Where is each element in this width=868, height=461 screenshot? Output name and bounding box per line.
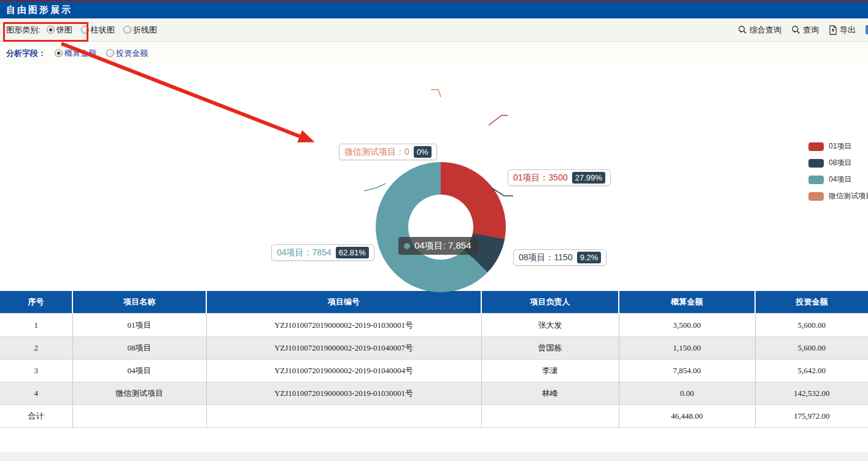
legend-item-04[interactable]: 04项目 xyxy=(808,174,868,185)
radio-investment-label[interactable]: 投资金额 xyxy=(116,48,148,59)
header-投资金额: 投资金额 xyxy=(755,291,868,314)
radio-estimate-amount[interactable]: 概算金额 xyxy=(55,48,96,59)
export-button[interactable]: 导出 xyxy=(829,25,856,36)
cell-project-code: YZJ1010072019000003-2019-01030001号 xyxy=(206,382,481,405)
chart-tooltip: 04项目: 7,854 xyxy=(398,237,478,255)
cell-total-investment: 175,972.00 xyxy=(755,405,868,427)
project-table: 序号 项目名称 项目编号 项目负责人 概算金额 投资金额 1 01项目 YZJ1… xyxy=(0,291,868,428)
chart-area: 微信测试项目：0 0% 01项目：3500 27.99% 08项目：1150 9… xyxy=(0,64,868,291)
cell-empty xyxy=(206,405,481,427)
export-label[interactable]: 导出 xyxy=(840,25,856,36)
table-row: 3 04项目 YZJ1010072019000002-2019-01040004… xyxy=(0,359,868,382)
cell-seq: 3 xyxy=(0,359,72,382)
cell-seq: 4 xyxy=(0,382,72,405)
pie-label-01-text: 01项目：3500 xyxy=(513,172,568,184)
radio-line-chart[interactable]: 折线图 xyxy=(123,25,157,36)
page: 自由图形展示 图形类别: 饼图 柱状图 折线图 综合查询 xyxy=(0,0,868,461)
page-title: 自由图形展示 xyxy=(6,4,72,16)
pie-label-wechat-percent: 0% xyxy=(414,146,432,158)
cell-project-owner: 李潇 xyxy=(481,359,619,382)
search-icon xyxy=(791,25,800,34)
pie-label-04-percent: 62.81% xyxy=(336,247,369,258)
pie-label-wechat-text: 微信测试项目：0 xyxy=(344,147,409,158)
cell-project-code: YZJ1010072019000002-2019-01040007号 xyxy=(206,336,481,359)
tooltip-text: 04项目: 7,854 xyxy=(414,240,471,252)
cell-project-owner: 张大发 xyxy=(481,314,619,336)
radio-line-icon[interactable] xyxy=(123,26,131,34)
table-row: 1 01项目 YZJ1010072019000002-2019-01030001… xyxy=(0,314,868,336)
donut-chart[interactable] xyxy=(376,162,506,292)
pie-label-04-text: 04项目：7854 xyxy=(277,247,331,258)
cell-seq: 1 xyxy=(0,314,72,336)
legend-label: 01项目 xyxy=(829,141,851,152)
cell-project-name: 04项目 xyxy=(72,359,206,382)
cell-project-name: 01项目 xyxy=(72,314,206,336)
pie-label-wechat: 微信测试项目：0 0% xyxy=(339,144,437,160)
tooltip-series-dot xyxy=(404,243,410,249)
combined-query-label[interactable]: 综合查询 xyxy=(750,25,781,36)
table-body: 1 01项目 YZJ1010072019000002-2019-01030001… xyxy=(0,314,868,427)
search-icon xyxy=(738,25,747,34)
pie-label-08: 08项目：1150 9.2% xyxy=(513,249,606,266)
bottom-strip xyxy=(0,452,868,461)
table-header-row: 序号 项目名称 项目编号 项目负责人 概算金额 投资金额 xyxy=(0,291,868,314)
cell-empty xyxy=(481,405,619,427)
cell-project-code: YZJ1010072019000002-2019-01040004号 xyxy=(206,359,481,382)
cell-investment-amount: 5,600.00 xyxy=(755,336,868,359)
radio-investment-amount[interactable]: 投资金额 xyxy=(106,48,148,59)
header-项目编号: 项目编号 xyxy=(206,291,481,314)
radio-investment-icon[interactable] xyxy=(106,49,114,57)
radio-line-label[interactable]: 折线图 xyxy=(133,25,157,36)
cell-investment-amount: 142,532.00 xyxy=(755,382,868,405)
export-icon xyxy=(829,25,837,35)
cell-estimate-amount: 3,500.00 xyxy=(619,314,755,336)
analysis-field-label: 分析字段： xyxy=(6,48,46,59)
cell-project-owner: 曾国栋 xyxy=(481,336,619,359)
legend-item-wechat[interactable]: 微信测试项目 xyxy=(808,191,868,201)
cell-project-name: 微信测试项目 xyxy=(72,382,206,405)
chart-type-toolbar: 图形类别: 饼图 柱状图 折线图 综合查询 查询 xyxy=(0,18,868,42)
legend-label: 04项目 xyxy=(829,174,851,185)
chart-legend: 01项目 08项目 04项目 微信测试项目 xyxy=(808,141,868,201)
legend-item-08[interactable]: 08项目 xyxy=(808,158,868,168)
legend-swatch xyxy=(808,159,824,168)
annotation-highlight-box xyxy=(3,22,88,42)
cell-estimate-amount: 7,854.00 xyxy=(619,359,755,382)
table-row: 2 08项目 YZJ1010072019000002-2019-01040007… xyxy=(0,336,868,359)
cell-project-name: 08项目 xyxy=(72,336,206,359)
combined-query-button[interactable]: 综合查询 xyxy=(738,25,781,36)
table-header: 序号 项目名称 项目编号 项目负责人 概算金额 投资金额 xyxy=(0,291,868,314)
legend-label: 08项目 xyxy=(829,158,851,168)
table-total-row: 合计 46,448.00 175,972.00 xyxy=(0,405,868,427)
radio-estimate-icon[interactable] xyxy=(55,49,63,57)
header-项目名称: 项目名称 xyxy=(72,291,206,314)
header-序号: 序号 xyxy=(0,291,72,314)
query-button[interactable]: 查询 xyxy=(791,25,819,36)
toolbar-actions: 综合查询 查询 导出 xyxy=(738,25,863,36)
query-label[interactable]: 查询 xyxy=(803,25,819,36)
pie-label-08-text: 08项目：1150 xyxy=(519,252,573,263)
pie-label-01: 01项目：3500 27.99% xyxy=(508,169,611,186)
cell-seq: 2 xyxy=(0,336,72,359)
radio-bar-label[interactable]: 柱状图 xyxy=(91,25,115,36)
pie-label-08-percent: 9.2% xyxy=(577,252,602,263)
clipped-icon[interactable] xyxy=(866,25,868,34)
radio-estimate-label[interactable]: 概算金额 xyxy=(64,48,96,59)
cell-estimate-amount: 0.00 xyxy=(619,382,755,405)
legend-label: 微信测试项目 xyxy=(829,191,868,201)
table-row: 4 微信测试项目 YZJ1010072019000003-2019-010300… xyxy=(0,382,868,405)
cell-project-code: YZJ1010072019000002-2019-01030001号 xyxy=(206,314,481,336)
cell-total-estimate: 46,448.00 xyxy=(619,405,755,427)
cell-estimate-amount: 1,150.00 xyxy=(619,336,755,359)
cell-investment-amount: 5,600.00 xyxy=(755,314,868,336)
legend-swatch xyxy=(808,176,824,184)
cell-empty xyxy=(72,405,206,427)
legend-swatch xyxy=(808,142,824,151)
pie-label-01-percent: 27.99% xyxy=(572,172,605,184)
header-项目负责人: 项目负责人 xyxy=(481,291,619,314)
cell-total-label: 合计 xyxy=(0,405,72,427)
cell-investment-amount: 5,642.00 xyxy=(755,359,868,382)
legend-item-01[interactable]: 01项目 xyxy=(808,141,868,152)
pie-label-04: 04项目：7854 62.81% xyxy=(271,244,374,261)
title-bar: 自由图形展示 xyxy=(0,1,868,18)
